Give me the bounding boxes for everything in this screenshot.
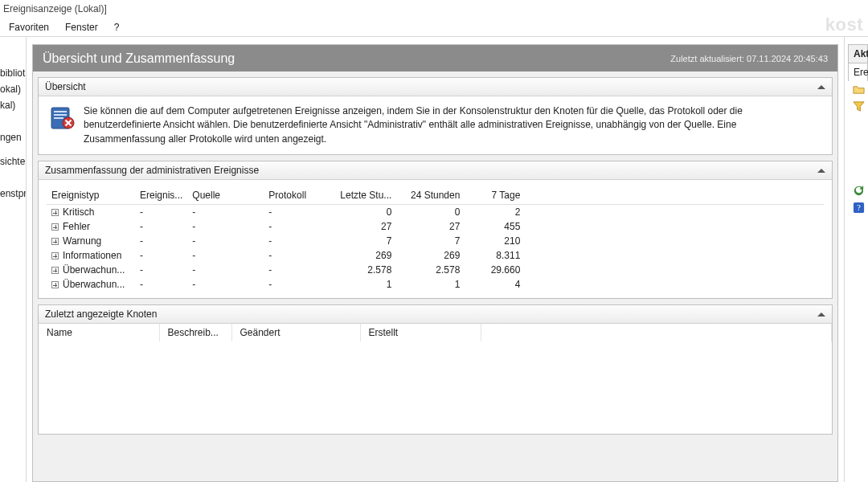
folder-open-icon [853, 84, 865, 96]
col-desc[interactable]: Beschreib... [159, 324, 231, 341]
actions-subheader: Ereign [848, 63, 868, 81]
blank-icon [853, 168, 865, 180]
collapse-icon[interactable] [817, 85, 825, 89]
actions-pane: Aktio Ereign O B E V A N A [844, 37, 868, 482]
blank-icon [853, 134, 865, 146]
svg-rect-1 [54, 111, 67, 112]
summary-table: Ereignistyp Ereignis... Quelle Protokoll… [47, 186, 824, 292]
expand-icon[interactable] [51, 238, 59, 245]
table-header-row: Name Beschreib... Geändert Erstellt [39, 324, 832, 341]
summary-title: Zusammenfassung der administrativen Erei… [45, 165, 259, 176]
overview-panel: Übersicht Sie können die auf dem Compute… [38, 77, 833, 155]
expand-icon[interactable] [51, 267, 59, 274]
event-log-icon [50, 104, 76, 130]
overview-text: Sie können die auf dem Computer aufgetre… [84, 104, 821, 146]
blank-icon [853, 151, 865, 163]
col-log[interactable]: Protokoll [264, 186, 328, 205]
col-created[interactable]: Erstellt [360, 324, 481, 341]
recent-title: Zuletzt angezeigte Knoten [45, 308, 157, 320]
svg-rect-2 [54, 114, 67, 116]
expand-icon[interactable] [51, 209, 59, 216]
action-item[interactable]: A [848, 182, 868, 199]
col-hour[interactable]: Letzte Stu... [328, 186, 396, 205]
action-item[interactable]: ? H [848, 199, 868, 216]
recent-table: Name Beschreib... Geändert Erstellt [39, 324, 832, 341]
expand-icon[interactable] [51, 281, 59, 288]
action-item[interactable]: V [848, 132, 868, 149]
col-source[interactable]: Quelle [187, 186, 264, 205]
content-timestamp: Zuletzt aktualisiert: 07.11.2024 20:45:4… [670, 54, 828, 63]
expand-icon[interactable] [51, 223, 59, 231]
table-header-row: Ereignistyp Ereignis... Quelle Protokoll… [47, 186, 824, 205]
col-week[interactable]: 7 Tage [465, 186, 525, 205]
col-modified[interactable]: Geändert [231, 324, 360, 341]
menu-bar: Favoriten Fenster ? [0, 18, 868, 37]
help-icon: ? [853, 202, 865, 214]
table-row[interactable]: Überwachun...---114 [47, 277, 824, 292]
action-item[interactable]: B [848, 98, 868, 115]
collapse-icon[interactable] [817, 312, 825, 317]
content-title: Übersicht und Zusammenfassung [43, 51, 235, 66]
tree-item[interactable]: okal) [0, 81, 26, 97]
table-row[interactable]: Kritisch---002 [47, 205, 824, 220]
tree-item[interactable]: enstprot [0, 186, 26, 202]
tree-item[interactable]: kal) [0, 97, 26, 113]
action-item[interactable]: O [848, 81, 868, 98]
summary-panel: Zusammenfassung der administrativen Erei… [38, 161, 833, 299]
col-day[interactable]: 24 Stunden [396, 186, 465, 205]
refresh-icon [853, 185, 865, 197]
tree-panel: bibliothek okal) kal) ngen sichten enstp… [0, 37, 27, 482]
svg-text:?: ? [857, 203, 861, 212]
table-row[interactable]: Überwachun...---2.5782.57829.660 [47, 263, 824, 277]
actions-header: Aktio [848, 44, 868, 63]
col-id[interactable]: Ereignis... [135, 186, 187, 205]
tree-item[interactable]: bibliothek [0, 65, 26, 81]
blank-icon [853, 117, 865, 129]
overview-title: Übersicht [45, 81, 86, 92]
table-row[interactable]: Fehler---2727455 [47, 219, 824, 234]
menu-help[interactable]: ? [107, 19, 127, 35]
menu-window[interactable]: Fenster [58, 19, 105, 35]
action-item[interactable]: E [848, 115, 868, 132]
tree-item[interactable]: ngen [0, 129, 26, 145]
content-header: Übersicht und Zusammenfassung Zuletzt ak… [33, 45, 837, 71]
col-type[interactable]: Ereignistyp [47, 186, 135, 205]
action-item[interactable]: N [848, 165, 868, 182]
table-row[interactable]: Informationen---2692698.311 [47, 248, 824, 263]
svg-rect-3 [54, 117, 63, 119]
menu-favorites[interactable]: Favoriten [2, 19, 56, 35]
recent-empty-body [39, 341, 832, 434]
recent-panel: Zuletzt angezeigte Knoten Name Beschreib… [38, 304, 833, 435]
tree-item[interactable]: sichten [0, 153, 26, 170]
col-name[interactable]: Name [39, 324, 159, 341]
expand-icon[interactable] [51, 252, 59, 259]
window-title: Ereignisanzeige (Lokal)] [0, 0, 868, 18]
collapse-icon[interactable] [817, 169, 825, 173]
filter-icon [853, 100, 865, 112]
table-row[interactable]: Warnung---77210 [47, 234, 824, 248]
action-item[interactable]: A [848, 149, 868, 165]
